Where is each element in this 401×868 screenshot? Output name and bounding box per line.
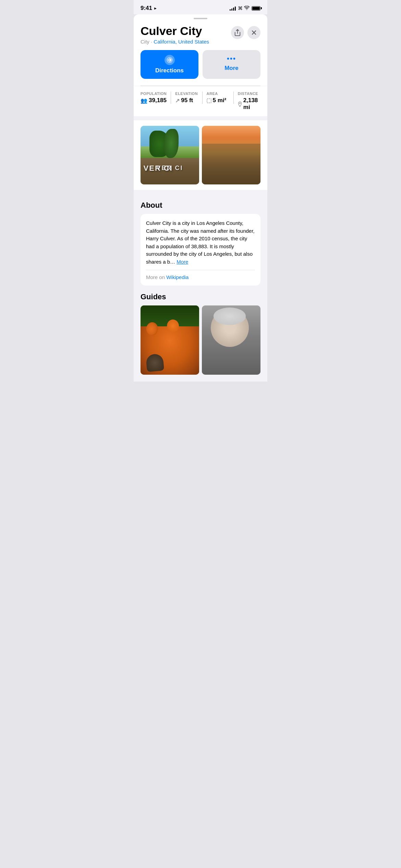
more-button[interactable]: ••• More: [203, 50, 260, 79]
about-body-text: Culver City is a city in Los Angeles Cou…: [146, 219, 255, 266]
about-description: Culver City is a city in Los Angeles Cou…: [146, 220, 255, 265]
stat-elevation: ELEVATION ↗ 95 ft: [175, 92, 202, 104]
stat-population: POPULATION 👥 39,185: [141, 92, 171, 104]
guides-section: Guides: [134, 286, 267, 374]
pumpkin-2: [167, 320, 179, 333]
signal-bar-2: [231, 9, 232, 11]
about-card: Culver City is a city in Los Angeles Cou…: [141, 214, 260, 286]
area-icon: [207, 97, 211, 104]
signal-bar-3: [233, 8, 234, 11]
time-display: 9:41: [141, 5, 152, 12]
svg-rect-1: [207, 99, 211, 103]
stats-row: POPULATION 👥 39,185 ELEVATION ↗ 95 ft AR…: [141, 92, 260, 111]
guides-title: Guides: [141, 292, 260, 301]
battery-icon: [252, 6, 260, 11]
photo-culver-sign[interactable]: VER CI: [141, 126, 199, 184]
section-gap-2: [134, 190, 267, 194]
elevation-icon: ↗: [175, 97, 180, 104]
aerial-overlay: [202, 144, 260, 185]
place-title: Culver City: [141, 25, 231, 37]
more-dots-icon: •••: [227, 55, 236, 63]
bottom-safe-area: [134, 375, 267, 382]
svg-point-2: [239, 103, 241, 104]
stat-area: AREA 5 mi²: [207, 92, 234, 104]
area-value: 5 mi²: [207, 97, 229, 104]
directions-label: Directions: [155, 67, 184, 74]
about-title: About: [141, 201, 260, 210]
signal-bar-4: [235, 7, 236, 11]
guide-item-person[interactable]: [202, 305, 260, 374]
place-location-link[interactable]: California, United States: [154, 39, 209, 45]
distance-value: 2,138 mi: [238, 97, 260, 111]
about-more-link[interactable]: More: [177, 259, 188, 265]
directions-button[interactable]: Directions: [141, 50, 198, 79]
distance-number: 2,138 mi: [243, 97, 260, 111]
bottom-sheet: Culver City City · California, United St…: [134, 14, 267, 382]
population-icon: 👥: [141, 97, 147, 104]
stat-distance: DISTANCE 2,138 mi: [238, 92, 260, 111]
more-label: More: [224, 65, 239, 72]
population-label: POPULATION: [141, 92, 167, 96]
elevation-label: ELEVATION: [175, 92, 198, 96]
place-header: Culver City City · California, United St…: [134, 19, 267, 50]
about-section: About Culver City is a city in Los Angel…: [134, 194, 267, 286]
signal-bar-1: [230, 9, 231, 11]
wikipedia-link-row: More on Wikipedia: [146, 270, 255, 280]
distance-icon: [238, 101, 242, 107]
elevation-value: ↗ 95 ft: [175, 97, 198, 104]
close-button[interactable]: [247, 26, 260, 39]
status-time: 9:41 ►: [141, 5, 157, 12]
photos-grid: VER CI: [141, 126, 260, 184]
population-number: 39,185: [149, 97, 167, 104]
elevation-number: 95 ft: [181, 97, 193, 104]
status-icons: ⌘: [230, 5, 260, 11]
area-label: AREA: [207, 92, 229, 96]
guides-grid: [141, 305, 260, 374]
sheet-handle[interactable]: [194, 18, 207, 19]
signal-bars: [230, 6, 236, 11]
sheet-content: Culver City City · California, United St…: [134, 19, 267, 382]
photo-aerial-view[interactable]: [202, 126, 260, 184]
stats-section: POPULATION 👥 39,185 ELEVATION ↗ 95 ft AR…: [134, 86, 267, 116]
area-number: 5 mi²: [213, 97, 227, 104]
battery-fill: [252, 7, 260, 10]
wikipedia-link[interactable]: Wikipedia: [166, 274, 189, 280]
place-type: City ·: [141, 39, 154, 45]
guide-item-pumpkins[interactable]: [141, 305, 199, 374]
status-bar: 9:41 ► ⌘: [134, 0, 267, 14]
wikipedia-prefix: More on: [146, 274, 166, 280]
section-gap-1: [134, 116, 267, 120]
action-buttons-row: Directions ••• More: [134, 50, 267, 86]
header-action-buttons: [231, 26, 260, 39]
share-button[interactable]: [231, 26, 244, 39]
population-value: 👥 39,185: [141, 97, 167, 104]
place-info: Culver City City · California, United St…: [141, 25, 231, 45]
location-arrow-icon: ►: [154, 6, 157, 10]
pumpkin-1: [146, 323, 157, 335]
sheet-handle-area: [134, 14, 267, 19]
sign-text: VER CI: [141, 165, 199, 172]
directions-icon: [165, 55, 175, 65]
place-subtitle: City · California, United States: [141, 39, 231, 45]
person-hair: [214, 308, 246, 325]
photos-section: VER CI: [134, 120, 267, 190]
distance-label: DISTANCE: [238, 92, 260, 96]
wifi-icon: ⌘: [238, 5, 250, 11]
